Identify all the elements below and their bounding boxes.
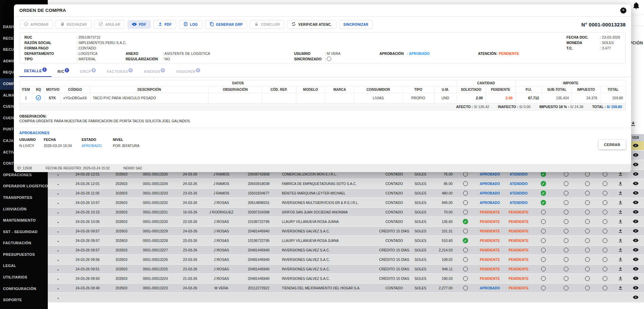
order-doc-date: 23-03-26 <box>175 258 205 262</box>
row-download-icon[interactable] <box>614 238 627 244</box>
sidebar-item-facturaci-n[interactable]: FACTURACIÓN <box>0 238 48 249</box>
row-menu-kebab-icon[interactable] <box>48 248 68 252</box>
cell-motivo[interactable]: STK <box>45 93 60 103</box>
order-payment: CONTADO <box>378 182 410 186</box>
row-download-icon[interactable] <box>614 200 627 206</box>
row-menu-kebab-icon[interactable] <box>48 201 68 205</box>
row-download-icon[interactable] <box>614 209 627 215</box>
row-view-eye-icon[interactable] <box>627 228 644 234</box>
tab-anexos[interactable]: ANEXOS0 <box>139 67 170 77</box>
row-download-icon[interactable] <box>614 190 627 196</box>
order-number: 0001-00013230 <box>136 220 175 224</box>
row-view-eye-icon[interactable] <box>627 247 644 253</box>
row-download-icon[interactable] <box>614 181 627 187</box>
pdf-view-button[interactable]: PDF <box>127 20 150 29</box>
row-menu-kebab-icon[interactable] <box>48 258 68 262</box>
sidebar-item-operador-log-stico[interactable]: OPERADOR LOGÍSTICO <box>0 181 48 192</box>
attended-indicator <box>532 229 554 233</box>
tipo-value: : MATERIAL <box>77 57 96 61</box>
row-menu-kebab-icon[interactable] <box>48 229 68 233</box>
order-user: J ROSAS <box>205 239 237 243</box>
sidebar-item-sst-seguridad[interactable]: SST - SEGURIDAD <box>0 226 48 238</box>
row-menu-kebab-icon[interactable] <box>48 172 68 176</box>
verificar-atencion-button[interactable]: VERIFICAR ATENC. <box>287 20 336 29</box>
generar-grp-button[interactable]: GENERAR GRP <box>205 20 247 29</box>
sidebar-item-transportes[interactable]: TRANSPORTES <box>0 192 48 204</box>
row-view-eye-icon[interactable] <box>627 200 644 206</box>
row-view-eye-icon[interactable] <box>627 190 644 197</box>
row-menu-kebab-icon[interactable] <box>48 276 68 281</box>
row-view-eye-icon[interactable] <box>627 256 644 263</box>
row-view-eye-icon[interactable] <box>627 275 644 282</box>
sidebar-item-mantenimiento[interactable]: MANTENIMIENTO <box>0 215 48 226</box>
empresa-name: NEWID SAC <box>123 166 143 170</box>
close-icon[interactable]: × <box>620 7 626 14</box>
tab-grcp[interactable]: GRCP0 <box>75 67 101 77</box>
order-doc-date: 23-03-26 <box>175 267 205 271</box>
row-download-icon[interactable] <box>614 266 627 272</box>
concluir-button[interactable]: CONCLUIR <box>250 20 284 29</box>
sidebar-item-soporte[interactable]: SOPORTE <box>0 294 48 306</box>
tab-rc[interactable]: R/C1 <box>53 67 74 77</box>
order-amount: 480.00 <box>431 191 456 195</box>
approval-status: PENDIENTE <box>475 248 505 252</box>
indicator-circle <box>597 229 614 233</box>
order-row: 24-03-26 09:572026030001-0001322924-03-2… <box>48 227 644 236</box>
tab-detalle[interactable]: DETALLE1 <box>19 67 51 77</box>
rechazar-button[interactable]: RECHAZAR <box>56 20 91 29</box>
anular-button[interactable]: ANULAR <box>94 20 125 29</box>
row-download-icon[interactable] <box>614 276 627 282</box>
row-view-eye-icon[interactable] <box>627 285 644 291</box>
order-currency: SOLES <box>410 210 431 214</box>
row-menu-kebab-icon[interactable] <box>48 220 68 224</box>
row-view-eye-icon[interactable] <box>627 266 644 272</box>
sidebar-item-configuraci-n[interactable]: CONFIGURACIÓN <box>0 283 48 295</box>
order-currency: SOLES <box>410 229 431 233</box>
rq-check-icon[interactable] <box>33 93 45 103</box>
tab-facturas[interactable]: FACTURAS0 <box>102 67 138 77</box>
row-menu-kebab-icon[interactable] <box>48 182 68 186</box>
tab-voucher[interactable]: VOUCHER0 <box>171 67 205 77</box>
order-payment: CONTADO <box>378 210 410 214</box>
group-header-importe: IMPORTE <box>516 80 626 86</box>
sidebar-item-presupuestos[interactable]: PRESUPUESTOS <box>0 249 48 261</box>
row-view-eye-icon[interactable] <box>627 171 644 178</box>
row-menu-kebab-icon[interactable] <box>48 267 68 271</box>
row-menu-kebab-icon[interactable] <box>48 286 68 290</box>
row-download-icon[interactable] <box>614 219 627 225</box>
row-menu-kebab-icon[interactable] <box>48 210 68 214</box>
row-view-eye-icon[interactable] <box>627 181 644 187</box>
sincronizado-radio[interactable] <box>327 57 331 61</box>
order-row: 24-03-26 09:512026030001-0001322523-03-2… <box>48 265 644 274</box>
tab-rc-badge: 1 <box>65 68 69 73</box>
detail-column-header: MOTIVO <box>45 86 60 93</box>
row-view-eye-icon[interactable] <box>627 219 644 225</box>
row-menu-kebab-icon[interactable] <box>48 295 68 300</box>
pdf-download-button[interactable]: PDF <box>153 20 176 29</box>
order-datetime: 24-03-26 12:01 <box>68 182 107 186</box>
row-menu-kebab-icon[interactable] <box>48 191 68 195</box>
order-flag-indicator <box>456 172 475 177</box>
row-download-icon[interactable] <box>614 247 627 253</box>
row-download-icon[interactable] <box>614 257 627 263</box>
notifications-bell-icon[interactable] <box>632 2 640 11</box>
cerrar-button[interactable]: CERRAR <box>599 140 626 149</box>
modal-tabs: DETALLE1 R/C1 GRCP0 FACTURAS0 ANEXOS0 VO… <box>14 63 631 77</box>
sidebar-item-lixiviaci-n[interactable]: LIXIVIACIÓN <box>0 204 48 215</box>
sidebar-item-utilitarios[interactable]: UTILITARIOS <box>0 272 48 283</box>
sincronizar-button[interactable]: SINCRONIZAR <box>339 20 373 29</box>
row-download-icon[interactable] <box>614 171 627 177</box>
detail-column-header: TIPO <box>402 86 434 93</box>
log-button[interactable]: LOG <box>179 20 202 29</box>
row-view-eye-icon[interactable] <box>627 209 644 215</box>
row-view-eye-icon[interactable] <box>627 238 644 244</box>
order-period: 202603 <box>107 210 136 214</box>
sync-icon <box>291 22 296 27</box>
order-user: M VERA <box>205 286 237 290</box>
row-download-icon[interactable] <box>614 228 627 234</box>
row-download-icon[interactable] <box>614 285 627 291</box>
row-menu-kebab-icon[interactable] <box>48 239 68 243</box>
aprobar-button[interactable]: APROBAR <box>19 20 53 29</box>
row-view-eye-icon[interactable] <box>627 294 644 301</box>
sidebar-item-legal[interactable]: LEGAL <box>0 260 48 272</box>
